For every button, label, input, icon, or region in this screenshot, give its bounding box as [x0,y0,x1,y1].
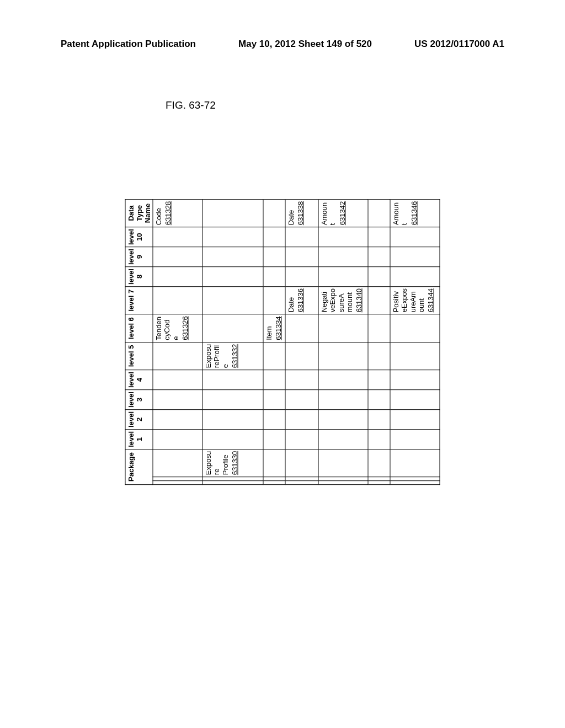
table-row [368,199,390,484]
cell-tendencycode: TendencyCode 631326 [153,314,202,342]
cell [263,477,285,481]
cell-ref: 631338 [296,201,305,225]
cell [390,314,440,342]
cell [318,477,368,481]
cell [368,227,390,247]
cell-datatype-amount-2: Amount 631346 [390,199,440,227]
cell [202,429,263,449]
cell [153,481,202,485]
data-table: Package level 1 level 2 level 3 level 4 … [125,199,440,485]
cell [318,409,368,429]
cell-datatype-amount: Amount 631342 [318,199,368,227]
cell [390,409,440,429]
cell [202,314,263,342]
header-mid: May 10, 2012 Sheet 149 of 520 [238,39,372,50]
cell [202,267,263,287]
cell-datatype-code: Code 631328 [153,199,202,227]
cell [153,227,202,247]
cell [263,370,285,390]
cell [318,481,368,485]
header-left: Patent Application Publication [61,39,196,50]
cell [153,477,202,481]
cell [202,227,263,247]
figure-label: FIG. 63-72 [166,99,216,111]
cell [318,227,368,247]
cell [368,199,390,227]
col-level-7: level 7 [125,286,153,314]
cell [390,477,440,481]
cell-name: PositiveExposureAmount [392,288,425,312]
cell-name: Date [287,297,295,312]
cell [263,267,285,287]
col-level-10: level 10 [125,227,153,247]
cell [368,477,390,481]
cell-name: Exposure Profile [204,451,230,475]
cell [285,481,318,485]
cell [318,390,368,410]
cell [153,342,202,370]
cell-ref: 631342 [338,201,346,225]
cell-ref: 631334 [274,316,282,340]
table-body: TendencyCode 631326 Code 631328 [153,199,440,484]
cell-ref: 631340 [355,288,363,312]
col-level-5: level 5 [125,342,153,370]
cell-date: Date 631336 [285,286,318,314]
cell-name: Amount [320,202,337,225]
page: Patent Application Publication May 10, 2… [0,0,565,728]
cell [285,267,318,287]
cell-ref: 631328 [164,201,172,225]
cell [153,429,202,449]
table-row: Item 631334 [263,199,285,484]
cell [202,481,263,485]
cell-ref: 631330 [230,451,238,475]
cell [285,409,318,429]
cell [263,247,285,267]
cell [368,314,390,342]
cell [368,390,390,410]
table-row: TendencyCode 631326 Code 631328 [153,199,202,484]
cell [390,342,440,370]
cell [318,267,368,287]
cell [202,199,263,227]
cell [368,409,390,429]
page-header: Patent Application Publication May 10, 2… [61,39,504,50]
cell [202,247,263,267]
col-level-1: level 1 [125,429,153,449]
cell [202,390,263,410]
cell-exposure-profile: ExposureProfile 631332 [202,342,263,370]
cell [318,449,368,477]
cell-ref: 631346 [409,201,418,225]
cell [390,449,440,477]
cell-pos-exposure-amount: PositiveExposureAmount 631344 [390,286,440,314]
cell [368,370,390,390]
cell [153,247,202,267]
col-level-2: level 2 [125,409,153,429]
cell [263,390,285,410]
cell [285,449,318,477]
cell-name: ExposureProfile [204,344,230,368]
cell-item: Item 631334 [263,314,285,342]
cell [285,429,318,449]
cell [390,370,440,390]
cell [263,429,285,449]
table-row: Date 631336 Date 631338 [285,199,318,484]
table-row: Exposure Profile 631330 ExposureProfile … [202,199,263,484]
cell [368,286,390,314]
header-right: US 2012/0117000 A1 [414,39,504,50]
col-level-9: level 9 [125,247,153,267]
cell-name: Code [154,208,163,225]
cell [153,390,202,410]
cell-name: TendencyCode [154,317,180,340]
cell [368,247,390,267]
cell [285,227,318,247]
table-row: PositiveExposureAmount 631344 Amount 631… [390,199,440,484]
cell [390,481,440,485]
cell-ref: 631332 [230,344,238,368]
table-wrap: Package level 1 level 2 level 3 level 4 … [125,199,440,485]
cell-name: Amount [392,202,408,225]
cell [153,370,202,390]
cell [285,370,318,390]
cell [202,286,263,314]
cell [368,449,390,477]
cell [263,199,285,227]
